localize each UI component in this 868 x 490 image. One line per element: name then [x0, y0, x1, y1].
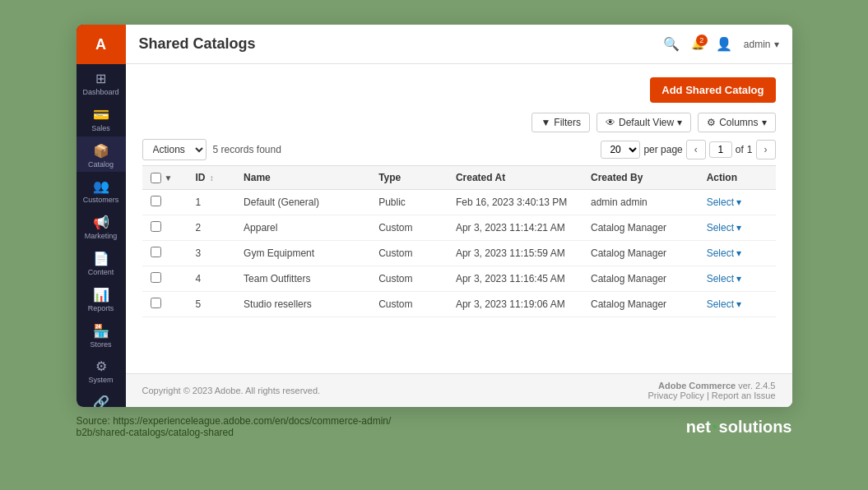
col-header-name[interactable]: Name [235, 166, 370, 190]
table-row: 1 Default (General) Public Feb 16, 2023 … [142, 190, 776, 215]
row-id-0: 1 [187, 190, 235, 215]
row-created-by-4: Catalog Manager [583, 292, 699, 317]
privacy-policy-link[interactable]: Privacy Policy [648, 391, 703, 400]
search-icon[interactable]: 🔍 [660, 33, 683, 55]
row-checkbox-input-1[interactable] [151, 221, 161, 232]
source-text: Source: https://experienceleague.adobe.c… [77, 415, 392, 438]
sidebar-item-reports[interactable]: 📊Reports [77, 280, 126, 317]
sidebar-icon-4: 📢 [93, 215, 109, 230]
table-row: 4 Team Outfitters Custom Apr 3, 2023 11:… [142, 266, 776, 292]
col-header-created-by[interactable]: Created By [583, 166, 699, 190]
col-header-checkbox: ▼ [142, 166, 188, 190]
sidebar-icon-3: 👥 [93, 178, 109, 194]
row-checkbox-input-4[interactable] [151, 298, 161, 308]
solutions-part: solutions [719, 418, 792, 437]
header-actions: 🔍 🔔 2 👤 admin ▾ [660, 33, 779, 55]
sidebar-item-find-partners-&-extensions[interactable]: 🔗Find Partners & Extensions [77, 388, 126, 407]
sidebar-item-marketing[interactable]: 📢Marketing [77, 208, 126, 244]
sidebar-item-dashboard[interactable]: ⊞Dashboard [77, 64, 126, 100]
prev-page-button[interactable]: ‹ [686, 140, 706, 159]
sidebar-logo: A [77, 25, 126, 64]
row-select-link-4[interactable]: Select ▾ [707, 298, 742, 310]
footer-links: Privacy Policy | Report an Issue [648, 391, 775, 400]
sidebar-item-content[interactable]: 📄Content [77, 244, 126, 280]
row-id-4: 5 [187, 292, 235, 317]
row-id-2: 3 [187, 241, 235, 266]
col-header-type[interactable]: Type [370, 166, 448, 190]
columns-button[interactable]: ⚙ Columns ▾ [698, 113, 775, 132]
row-select-link-1[interactable]: Select ▾ [707, 222, 742, 233]
row-name-2: Gym Equipment [235, 241, 370, 266]
row-checkbox-4 [142, 292, 188, 317]
copyright: Copyright © 2023 Adobe. All rights reser… [142, 386, 321, 395]
col-id-label: ID [195, 172, 205, 183]
row-select-link-2[interactable]: Select ▾ [707, 247, 742, 259]
sidebar-label-5: Content [88, 268, 114, 277]
select-all-checkbox[interactable] [151, 173, 161, 183]
table-row: 3 Gym Equipment Custom Apr 3, 2023 11:15… [142, 241, 776, 266]
row-name-1: Apparel [235, 215, 370, 241]
row-select-link-0[interactable]: Select ▾ [707, 196, 742, 208]
row-name-0: Default (General) [235, 190, 370, 215]
footer-separator: | [707, 391, 709, 400]
col-created-by-label: Created By [591, 172, 643, 183]
per-page-select[interactable]: 20 [601, 141, 640, 159]
row-id-1: 2 [187, 215, 235, 241]
source-bar: Source: https://experienceleague.adobe.c… [77, 407, 792, 438]
add-button-row: Add Shared Catalog [142, 77, 776, 103]
col-header-created-at[interactable]: Created At [448, 166, 583, 190]
actions-select-wrap: Actions 5 records found [142, 139, 281, 160]
sidebar: A ⊞Dashboard💳Sales📦Catalog👥Customers📢Mar… [77, 25, 126, 407]
row-type-3: Custom [370, 266, 448, 292]
sort-icon-id: ↕ [210, 173, 214, 183]
header-select-arrow[interactable]: ▼ [165, 173, 173, 183]
footer: Copyright © 2023 Adobe. All rights reser… [126, 373, 792, 407]
table-row: 5 Studio resellers Custom Apr 3, 2023 11… [142, 292, 776, 317]
chevron-down-icon-cols: ▾ [762, 117, 767, 128]
row-created-at-0: Feb 16, 2023 3:40:13 PM [448, 190, 583, 215]
row-created-by-3: Catalog Manager [583, 266, 699, 292]
row-checkbox-0 [142, 190, 188, 215]
actions-select[interactable]: Actions [142, 139, 207, 160]
row-created-at-3: Apr 3, 2023 11:16:45 AM [448, 266, 583, 292]
user-menu-button[interactable]: admin ▾ [744, 39, 779, 50]
sidebar-icon-6: 📊 [93, 287, 109, 303]
default-view-button[interactable]: 👁 Default View ▾ [596, 113, 691, 132]
row-checkbox-input-2[interactable] [151, 247, 161, 257]
filters-button[interactable]: ▼ Filters [531, 113, 590, 132]
row-checkbox-input-3[interactable] [151, 272, 161, 283]
row-name-4: Studio resellers [235, 292, 370, 317]
footer-brand-version: Adobe Commerce ver. 2.4.5 [648, 381, 775, 391]
columns-label: Columns [719, 117, 758, 128]
row-checkbox-input-0[interactable] [151, 196, 161, 206]
col-type-label: Type [378, 172, 401, 183]
chevron-down-icon: ▾ [774, 39, 779, 50]
sidebar-item-sales[interactable]: 💳Sales [77, 100, 126, 136]
pagination-wrap: 20 per page ‹ of 1 › [601, 140, 775, 159]
sidebar-item-customers[interactable]: 👥Customers [77, 172, 126, 208]
of-label: of [736, 144, 744, 155]
eye-icon: 👁 [606, 117, 615, 128]
row-select-link-3[interactable]: Select ▾ [707, 273, 742, 284]
sidebar-icon-0: ⊞ [95, 71, 106, 86]
sidebar-icon-5: 📄 [93, 251, 109, 266]
toolbar-row: ▼ Filters 👁 Default View ▾ ⚙ Columns ▾ [142, 113, 776, 132]
col-header-action: Action [699, 166, 776, 190]
page-input[interactable] [709, 141, 732, 158]
footer-brand: Adobe Commerce [658, 381, 736, 391]
row-created-at-4: Apr 3, 2023 11:19:06 AM [448, 292, 583, 317]
page-title: Shared Catalogs [139, 35, 256, 53]
col-header-id[interactable]: ID ↕ [187, 166, 235, 190]
sidebar-label-8: System [88, 376, 113, 385]
row-action-4: Select ▾ [699, 292, 776, 317]
page-total: 1 [747, 144, 753, 155]
row-created-at-2: Apr 3, 2023 11:15:59 AM [448, 241, 583, 266]
add-shared-catalog-button[interactable]: Add Shared Catalog [650, 77, 775, 103]
user-label: admin [744, 39, 771, 50]
notifications-badge[interactable]: 🔔 2 [691, 38, 704, 50]
sidebar-item-system[interactable]: ⚙System [77, 352, 126, 388]
sidebar-item-stores[interactable]: 🏪Stores [77, 317, 126, 353]
sidebar-item-catalog[interactable]: 📦Catalog [77, 136, 126, 173]
next-page-button[interactable]: › [756, 140, 776, 159]
report-issue-link[interactable]: Report an Issue [712, 391, 776, 400]
